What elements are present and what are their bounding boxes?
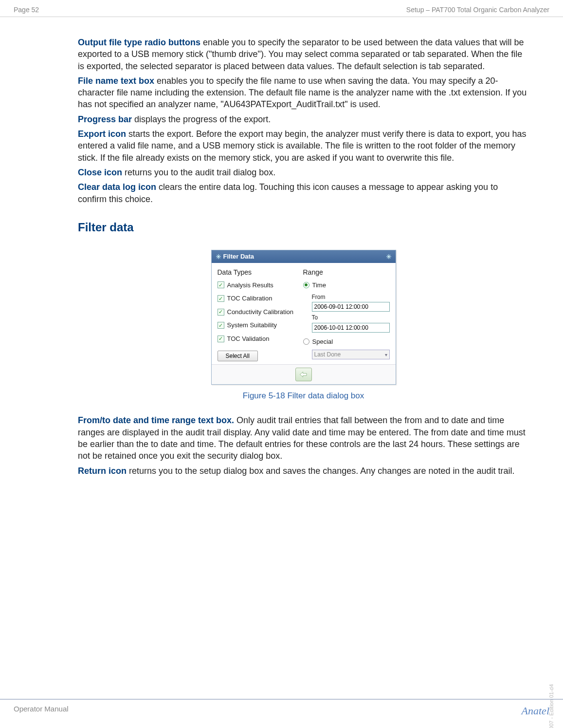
term-output-file-type: Output file type radio buttons <box>78 37 200 47</box>
to-label: To <box>312 314 390 321</box>
page-footer: Operator Manual Anatel <box>0 699 563 717</box>
dialog-title-text: Filter Data <box>223 252 254 261</box>
checkbox-icon[interactable]: ✓ <box>218 322 224 329</box>
column-heading-data-types: Data Types <box>218 268 294 277</box>
radio-label: Special <box>312 337 333 346</box>
page-number: Page 52 <box>14 6 39 14</box>
term-clear-data-log-icon: Clear data log icon <box>78 182 156 192</box>
chevron-down-icon: ▾ <box>385 352 387 358</box>
column-heading-range: Range <box>303 268 390 277</box>
snowflake-icon <box>386 254 392 260</box>
term-export-icon: Export icon <box>78 129 126 139</box>
radio-icon-selected[interactable] <box>303 282 309 288</box>
paragraph: File name text box enables you to specif… <box>78 75 529 111</box>
checkbox-row-toc-validation[interactable]: ✓TOC Validation <box>218 335 294 343</box>
section-heading-filter-data: Filter data <box>78 220 529 235</box>
radio-icon-unselected[interactable] <box>303 338 309 345</box>
radio-row-time[interactable]: Time <box>303 281 390 290</box>
paragraph: Clear data log icon clears the entire da… <box>78 181 529 205</box>
body-text: displays the progress of the export. <box>132 114 271 124</box>
snowflake-icon <box>216 254 221 260</box>
checkbox-label: TOC Validation <box>227 335 270 343</box>
paragraph: Progress bar displays the progress of th… <box>78 113 529 125</box>
term-progress-bar: Progress bar <box>78 114 132 124</box>
body-text: starts the export. Before the export may… <box>78 129 526 163</box>
checkbox-icon[interactable]: ✓ <box>218 281 224 288</box>
radio-row-special[interactable]: Special <box>303 337 390 346</box>
body-text: returns you to the setup dialog box and … <box>127 466 515 476</box>
checkbox-icon[interactable]: ✓ <box>218 295 224 302</box>
body-text: returns you to the audit trail dialog bo… <box>122 168 275 177</box>
figure-caption: Figure 5-18 Filter data dialog box <box>78 391 529 402</box>
from-label: From <box>312 293 390 301</box>
dialog-body: Data Types ✓Analysis Results ✓TOC Calibr… <box>212 263 396 365</box>
dialog-footer <box>212 364 396 384</box>
dialog-title-bar[interactable]: Filter Data <box>212 250 396 263</box>
paragraph: From/to date and time range text box. On… <box>78 414 529 462</box>
footer-left: Operator Manual <box>14 705 69 717</box>
return-button[interactable] <box>295 368 312 381</box>
term-return-icon: Return icon <box>78 466 127 476</box>
checkbox-label: TOC Calibration <box>227 294 272 303</box>
footer-brand: Anatel <box>522 705 549 717</box>
from-datetime-input[interactable] <box>312 302 390 312</box>
range-column: Range Time From To Special Last Done ▾ <box>303 268 390 362</box>
term-file-name: File name text box <box>78 76 154 86</box>
figure-container: Filter Data Data Types ✓Analysis Results… <box>78 250 529 402</box>
checkbox-label: Conductivity Calibration <box>227 308 294 317</box>
term-from-to-range: From/to date and time range text box. <box>78 415 234 425</box>
filter-data-dialog: Filter Data Data Types ✓Analysis Results… <box>211 250 396 385</box>
page-header: Page 52 Setup – PAT700 Total Organic Car… <box>0 0 563 17</box>
paragraph: Return icon returns you to the setup dia… <box>78 465 529 477</box>
doc-title: Setup – PAT700 Total Organic Carbon Anal… <box>406 6 549 14</box>
radio-label: Time <box>312 281 326 290</box>
checkbox-row-toc-calibration[interactable]: ✓TOC Calibration <box>218 294 294 303</box>
term-close-icon: Close icon <box>78 168 122 177</box>
checkbox-icon[interactable]: ✓ <box>218 336 224 342</box>
checkbox-label: System Suitability <box>227 321 277 330</box>
checkbox-row-conductivity-calibration[interactable]: ✓Conductivity Calibration <box>218 308 294 317</box>
paragraph: Close icon returns you to the audit trai… <box>78 167 529 178</box>
special-dropdown[interactable]: Last Done ▾ <box>312 350 390 359</box>
main-content: Output file type radio buttons enable yo… <box>0 17 563 477</box>
select-all-button[interactable]: Select All <box>218 351 258 361</box>
data-types-column: Data Types ✓Analysis Results ✓TOC Calibr… <box>218 268 294 362</box>
paragraph: Output file type radio buttons enable yo… <box>78 37 529 72</box>
checkbox-icon[interactable]: ✓ <box>218 309 224 316</box>
checkbox-label: Analysis Results <box>227 281 273 290</box>
checkbox-row-analysis-results[interactable]: ✓Analysis Results <box>218 281 294 290</box>
to-datetime-input[interactable] <box>312 323 390 333</box>
return-arrow-icon <box>299 371 308 378</box>
paragraph: Export icon starts the export. Before th… <box>78 128 529 164</box>
dropdown-value: Last Done <box>314 351 341 358</box>
checkbox-row-system-suitability[interactable]: ✓System Suitability <box>218 321 294 330</box>
